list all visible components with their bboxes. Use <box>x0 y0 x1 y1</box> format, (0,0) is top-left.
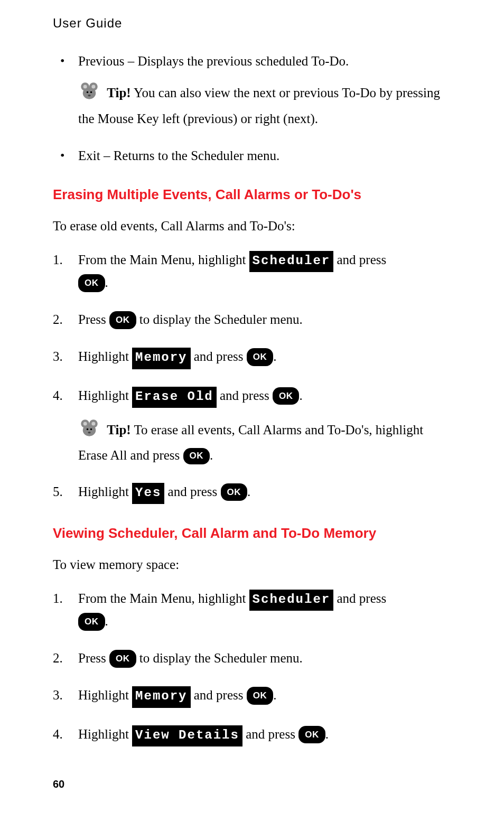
lcd-label-scheduler: Scheduler <box>249 590 334 611</box>
section-heading-erasing: Erasing Multiple Events, Call Alarms or … <box>53 186 451 203</box>
ok-button-icon: OK <box>273 387 300 405</box>
period: . <box>105 614 108 628</box>
step-item: Press OK to display the Scheduler menu. <box>53 309 451 330</box>
bullet-text: Previous – Displays the previous schedul… <box>78 54 349 68</box>
lcd-label-view-details: View Details <box>132 725 242 746</box>
lcd-label-scheduler: Scheduler <box>249 251 334 272</box>
ok-button-icon: OK <box>109 311 136 329</box>
svg-point-13 <box>87 428 89 431</box>
bullet-list: Previous – Displays the previous schedul… <box>53 52 451 165</box>
step-item: Highlight Memory and press OK. <box>53 685 451 707</box>
step-text: and press <box>333 253 386 267</box>
step-text: Press <box>78 312 109 326</box>
step-item: Highlight Memory and press OK. <box>53 346 451 369</box>
lcd-label-memory: Memory <box>132 348 190 369</box>
step-item: From the Main Menu, highlight Scheduler … <box>53 588 451 632</box>
step-text: Press <box>78 651 109 665</box>
period: . <box>299 388 302 403</box>
step-text: Highlight <box>78 727 132 741</box>
svg-point-15 <box>88 432 90 434</box>
step-text: From the Main Menu, highlight <box>78 253 249 267</box>
tip-label: Tip! <box>107 423 130 437</box>
step-text: From the Main Menu, highlight <box>78 591 249 605</box>
period: . <box>273 688 276 702</box>
bullet-item-previous: Previous – Displays the previous schedul… <box>53 52 451 128</box>
ok-button-icon: OK <box>221 483 248 501</box>
step-text: to display the Scheduler menu. <box>136 651 303 665</box>
ok-button-icon: OK <box>183 448 210 464</box>
ok-button-icon: OK <box>78 613 105 630</box>
step-text: and press <box>164 484 220 499</box>
steps-list-viewing: From the Main Menu, highlight Scheduler … <box>53 588 451 746</box>
step-text: Highlight <box>78 484 132 499</box>
step-item: Highlight Erase Old and press OK. Tip! T… <box>53 385 451 465</box>
ok-button-icon: OK <box>247 687 274 704</box>
step-text: and press <box>191 688 247 702</box>
step-text: and press <box>191 349 247 363</box>
svg-point-14 <box>90 428 92 431</box>
svg-point-5 <box>87 91 89 94</box>
svg-point-4 <box>91 85 95 89</box>
step-text: to display the Scheduler menu. <box>136 312 303 326</box>
svg-point-7 <box>88 95 90 97</box>
ok-button-icon: OK <box>247 348 274 366</box>
tip-label: Tip! <box>107 86 130 100</box>
lcd-label-erase-old: Erase Old <box>132 387 217 408</box>
step-text: and press <box>217 388 273 403</box>
section-heading-viewing: Viewing Scheduler, Call Alarm and To-Do … <box>53 525 451 542</box>
intro-text: To erase old events, Call Alarms and To-… <box>53 219 451 234</box>
step-text: and press <box>333 591 386 605</box>
tip-block: Tip! To erase all events, Call Alarms an… <box>78 416 451 465</box>
period: . <box>273 349 276 363</box>
lcd-label-memory: Memory <box>132 686 190 707</box>
ok-button-icon: OK <box>78 274 105 292</box>
svg-point-3 <box>83 85 87 89</box>
lcd-label-yes: Yes <box>132 483 164 504</box>
step-text: Highlight <box>78 688 132 702</box>
step-text: and press <box>242 727 298 741</box>
bullet-item-exit: Exit – Returns to the Scheduler menu. <box>53 146 451 165</box>
svg-point-11 <box>83 422 87 426</box>
period: . <box>210 448 213 462</box>
period: . <box>247 484 250 499</box>
page-header: User Guide <box>53 16 451 31</box>
step-item: From the Main Menu, highlight Scheduler … <box>53 249 451 293</box>
steps-list-erasing: From the Main Menu, highlight Scheduler … <box>53 249 451 504</box>
period: . <box>105 275 108 290</box>
tip-body: You can also view the next or previous T… <box>78 86 440 125</box>
step-text: Highlight <box>78 349 132 363</box>
mouse-tip-icon <box>78 416 100 444</box>
intro-text: To view memory space: <box>53 557 451 572</box>
ok-button-icon: OK <box>109 650 136 667</box>
step-item: Highlight View Details and press OK. <box>53 724 451 746</box>
svg-point-12 <box>91 422 95 426</box>
mouse-tip-icon <box>78 79 100 107</box>
period: . <box>325 727 329 741</box>
step-item: Highlight Yes and press OK. <box>53 481 451 504</box>
page-number: 60 <box>53 778 451 790</box>
svg-point-6 <box>90 91 92 94</box>
bullet-text: Exit – Returns to the Scheduler menu. <box>78 148 279 163</box>
step-text: Highlight <box>78 388 132 403</box>
ok-button-icon: OK <box>298 726 325 743</box>
tip-block: Tip! You can also view the next or previ… <box>78 79 451 128</box>
step-item: Press OK to display the Scheduler menu. <box>53 648 451 669</box>
